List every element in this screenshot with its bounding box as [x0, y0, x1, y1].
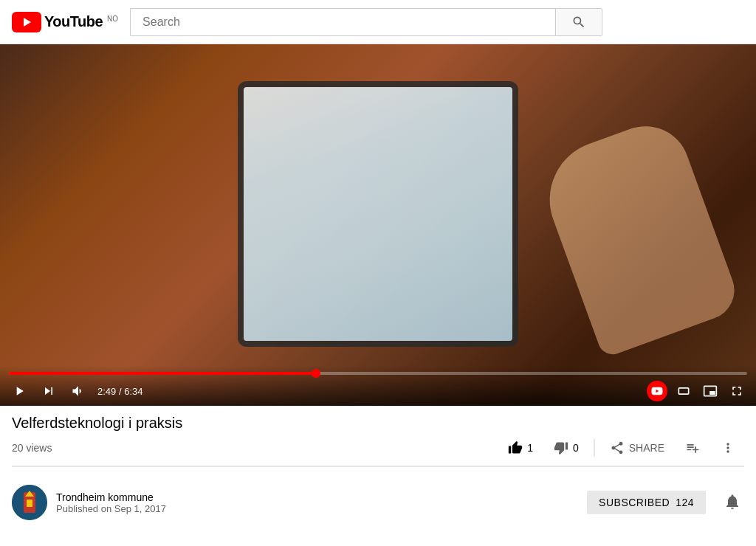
- svg-rect-5: [27, 500, 32, 507]
- yt-icon: [650, 384, 664, 398]
- share-label: SHARE: [629, 442, 664, 454]
- action-buttons: 1 0 SHARE: [499, 436, 744, 460]
- fullscreen-icon: [729, 384, 744, 398]
- like-button[interactable]: 1: [499, 436, 542, 460]
- channel-avatar[interactable]: [12, 485, 47, 520]
- fullscreen-button[interactable]: [726, 381, 747, 401]
- time-display: 2:49 / 6:34: [97, 386, 142, 397]
- add-to-icon: [685, 440, 700, 455]
- progress-fill: [9, 372, 317, 375]
- tablet-display: [238, 81, 518, 347]
- volume-icon: [71, 384, 86, 398]
- share-button[interactable]: SHARE: [601, 436, 673, 460]
- controls-row: 2:49 / 6:34: [9, 381, 747, 401]
- video-title: Velferdsteknologi i praksis: [12, 415, 744, 432]
- controls-right: [647, 381, 747, 401]
- subscribe-button[interactable]: SUBSCRIBED 124: [587, 491, 706, 514]
- theater-button[interactable]: [673, 381, 694, 401]
- video-controls: 2:49 / 6:34: [0, 366, 756, 406]
- play-icon: [12, 384, 27, 398]
- channel-row: Trondheim kommune Published on Sep 1, 20…: [0, 479, 756, 526]
- action-divider: [594, 439, 595, 457]
- channel-published: Published on Sep 1, 2017: [56, 503, 578, 514]
- current-time: 2:49: [97, 386, 116, 397]
- next-icon: [41, 384, 56, 398]
- logo-text: YouTube: [44, 13, 103, 30]
- theater-icon: [676, 384, 691, 398]
- meta-divider: [12, 466, 744, 467]
- avatar-icon: [12, 485, 47, 520]
- play-button[interactable]: [9, 381, 30, 401]
- dislike-count: 0: [573, 442, 579, 454]
- next-button[interactable]: [38, 381, 59, 401]
- miniplayer-button[interactable]: [700, 381, 721, 401]
- dislike-button[interactable]: 0: [545, 436, 588, 460]
- search-bar: [130, 8, 602, 36]
- header: YouTube NO: [0, 0, 756, 44]
- logo-area[interactable]: YouTube NO: [12, 12, 118, 32]
- more-icon: [721, 440, 735, 455]
- video-meta-row: 20 views 1 0 SHARE: [12, 436, 744, 460]
- view-count: 20 views: [12, 442, 52, 454]
- channel-name[interactable]: Trondheim kommune: [56, 491, 578, 503]
- search-icon: [571, 15, 586, 30]
- total-time: 6:34: [124, 386, 142, 397]
- volume-button[interactable]: [68, 381, 89, 401]
- youtube-logo-icon: [12, 12, 41, 32]
- like-icon: [508, 440, 523, 455]
- video-thumbnail: [0, 44, 756, 406]
- search-button[interactable]: [555, 8, 602, 36]
- bell-button[interactable]: [721, 490, 744, 516]
- share-icon: [610, 440, 625, 455]
- more-button[interactable]: [712, 436, 744, 460]
- subscriber-count: 124: [676, 497, 694, 508]
- like-count: 1: [527, 442, 533, 454]
- progress-bar[interactable]: [9, 372, 747, 375]
- channel-info: Trondheim kommune Published on Sep 1, 20…: [56, 491, 578, 514]
- logo-country: NO: [107, 15, 118, 23]
- video-player[interactable]: 2:49 / 6:34: [0, 44, 756, 406]
- dislike-icon: [554, 440, 568, 455]
- subscribe-label: SUBSCRIBED: [599, 497, 670, 508]
- hand-visual: [533, 114, 743, 359]
- yt-badge: [647, 381, 667, 401]
- bell-icon: [724, 493, 741, 511]
- add-to-button[interactable]: [676, 436, 709, 460]
- miniplayer-icon: [703, 384, 718, 398]
- video-info: Velferdsteknologi i praksis 20 views 1 0…: [0, 406, 756, 479]
- search-input[interactable]: [130, 8, 555, 36]
